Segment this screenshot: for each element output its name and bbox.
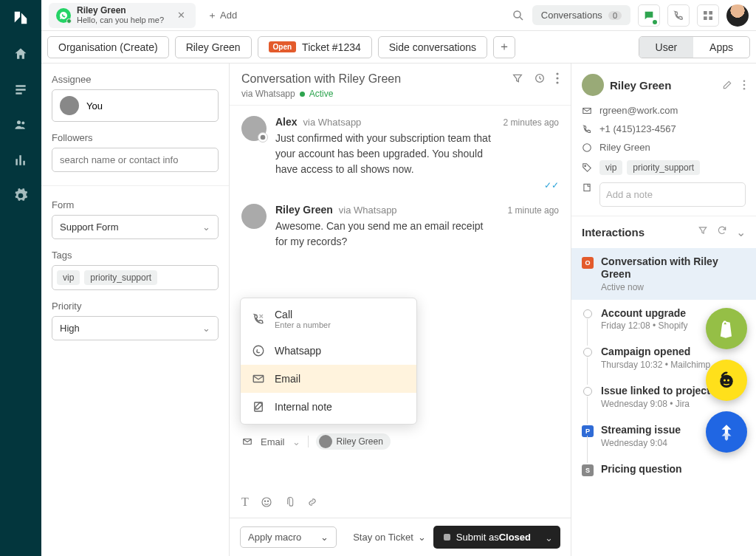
- close-icon[interactable]: ✕: [174, 10, 188, 21]
- app-logo: [12, 9, 30, 27]
- priority-select[interactable]: High ⌄: [52, 316, 219, 340]
- tab-user[interactable]: User: [639, 37, 694, 58]
- svg-point-11: [261, 135, 266, 140]
- svg-point-0: [17, 120, 21, 124]
- shopify-app-icon[interactable]: [706, 308, 747, 349]
- filter-icon[interactable]: [512, 72, 523, 84]
- conversations-button[interactable]: Conversations 0: [532, 5, 630, 25]
- attachment-icon[interactable]: [284, 496, 295, 508]
- nav-rail: [0, 0, 41, 556]
- tab-side-conversations[interactable]: Side conversations: [378, 36, 487, 58]
- jira-app-icon[interactable]: [706, 411, 747, 453]
- apps-grid-button[interactable]: [697, 4, 719, 27]
- add-tab-button[interactable]: ＋ Add: [202, 6, 243, 25]
- chat-status-button[interactable]: [638, 4, 660, 27]
- followers-input[interactable]: [60, 154, 210, 165]
- tab-apps[interactable]: Apps: [693, 37, 749, 58]
- profile-avatar[interactable]: [726, 4, 749, 27]
- message-time: 2 minutes ago: [504, 117, 559, 128]
- chevron-down-icon[interactable]: ⌄: [736, 225, 746, 239]
- svg-point-10: [556, 81, 558, 83]
- nav-reporting-icon[interactable]: [13, 152, 29, 168]
- recipient-chip[interactable]: Riley Green: [316, 433, 391, 450]
- more-icon[interactable]: [556, 72, 559, 84]
- interaction-item[interactable]: O Conversation with Riley GreenActive no…: [571, 248, 756, 300]
- nav-admin-icon[interactable]: [13, 188, 29, 204]
- chevron-down-icon[interactable]: ⌄: [292, 436, 300, 447]
- whatsapp-icon: [251, 344, 266, 357]
- channel-item-email[interactable]: Email: [241, 365, 416, 393]
- tab-ticket[interactable]: Open Ticket #1234: [258, 36, 372, 58]
- avatar: [241, 116, 267, 141]
- add-note-input[interactable]: Add a note: [599, 182, 746, 207]
- svg-point-2: [514, 11, 520, 18]
- tags-label: Tags: [52, 250, 219, 261]
- svg-point-26: [720, 375, 733, 388]
- edit-icon[interactable]: [722, 80, 732, 90]
- channel-item-whatsapp[interactable]: Whatsapp: [241, 337, 416, 365]
- refresh-icon[interactable]: [717, 225, 727, 239]
- interaction-sub: Wednesday 9:08 • Jira: [601, 399, 710, 409]
- phone-icon: [582, 124, 592, 134]
- channel-call-sub: Enter a number: [275, 320, 331, 329]
- nav-home-icon[interactable]: [13, 46, 29, 62]
- nav-customers-icon[interactable]: [13, 117, 29, 133]
- text-format-icon[interactable]: T: [241, 495, 249, 509]
- interaction-item[interactable]: S Pricing question: [571, 456, 756, 484]
- interaction-title: Campaign opened: [601, 346, 710, 358]
- assignee-avatar: [60, 96, 79, 115]
- stay-on-ticket-button[interactable]: Stay on Ticket ⌄: [353, 532, 426, 543]
- link-icon[interactable]: [306, 496, 318, 508]
- call-button[interactable]: [667, 4, 690, 27]
- conversation-panel: Conversation with Riley Green via Whatsa…: [230, 64, 571, 556]
- whatsapp-mini-icon: [258, 132, 268, 143]
- channel-item-note[interactable]: Internal note: [241, 393, 416, 421]
- history-icon[interactable]: [534, 72, 546, 84]
- filter-icon[interactable]: [698, 225, 708, 239]
- tab-organisation[interactable]: Organisation (Create): [47, 36, 169, 58]
- message: Riley Green via Whatsapp 1 minute ago Aw…: [241, 204, 559, 250]
- interaction-sub: Friday 12:08 • Shopify: [601, 320, 688, 331]
- user-phone[interactable]: +1 (415)123-4567: [599, 123, 676, 134]
- main-area: Riley Green Hello, can you help me? ✕ ＋ …: [41, 0, 756, 556]
- more-icon[interactable]: [743, 80, 746, 90]
- channel-item-call[interactable]: CallEnter a number: [241, 301, 416, 337]
- status-square-icon: [444, 534, 450, 540]
- floating-apps: [706, 308, 747, 453]
- add-context-tab[interactable]: ＋: [493, 36, 515, 58]
- nav-views-icon[interactable]: [13, 81, 29, 97]
- email-icon: [241, 436, 253, 447]
- assignee-field[interactable]: You: [52, 89, 219, 122]
- submit-button[interactable]: Submit as Closed ⌄: [433, 526, 560, 549]
- tab-requester[interactable]: Riley Green: [175, 36, 252, 58]
- timeline-dot: [583, 387, 592, 396]
- channel-menu: CallEnter a number Whatsapp Email Intern…: [240, 298, 417, 425]
- user-whatsapp[interactable]: Riley Green: [599, 142, 650, 153]
- mailchimp-app-icon[interactable]: [706, 360, 747, 401]
- interaction-title: Account upgrade: [601, 307, 688, 320]
- compose-toolbar: T: [230, 490, 571, 518]
- tab-title: Riley Green: [77, 6, 164, 16]
- svg-point-18: [267, 501, 268, 501]
- interaction-sub: Wednesday 9:04: [601, 438, 681, 448]
- svg-point-1: [21, 122, 24, 125]
- interaction-title: Conversation with Riley Green: [601, 255, 746, 281]
- user-email[interactable]: rgreen@work.com: [599, 105, 678, 116]
- search-icon[interactable]: [512, 9, 525, 22]
- note-icon: [582, 182, 592, 193]
- user-avatar: [582, 74, 604, 96]
- svg-rect-5: [704, 16, 707, 20]
- status-dot: [300, 92, 305, 97]
- ticket-footer: Apply macro ⌄ Stay on Ticket ⌄ Submit as…: [230, 518, 571, 556]
- ticket-label: Ticket #1234: [302, 41, 361, 53]
- tag-icon: [582, 162, 592, 173]
- tags-field[interactable]: vip priority_support: [52, 265, 219, 290]
- macro-label: Apply macro: [248, 532, 301, 543]
- emoji-icon[interactable]: [261, 496, 272, 508]
- compose-channel[interactable]: Email: [261, 436, 285, 447]
- apply-macro-button[interactable]: Apply macro ⌄: [240, 526, 337, 548]
- email-icon: [582, 106, 592, 116]
- workspace-tab[interactable]: Riley Green Hello, can you help me? ✕: [49, 3, 196, 28]
- message: Alex via Whatsapp 2 minutes ago Just con…: [241, 116, 559, 191]
- form-select[interactable]: Support Form ⌄: [52, 215, 219, 239]
